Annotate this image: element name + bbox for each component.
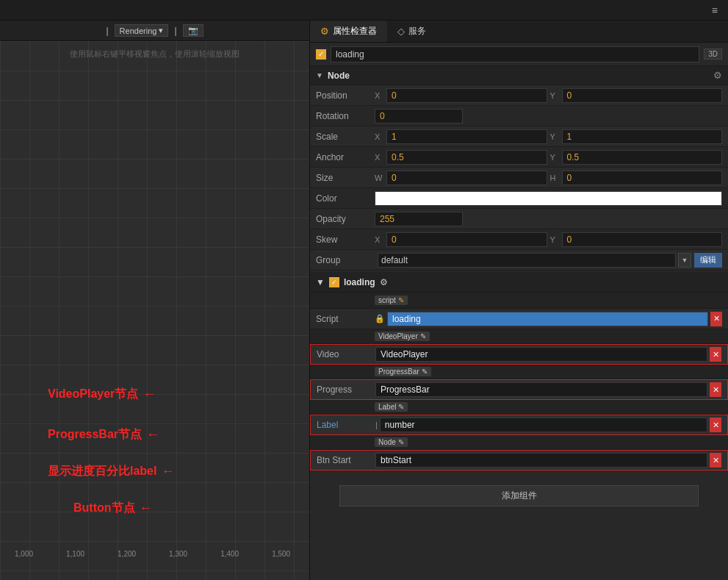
node-name-input[interactable]	[331, 46, 699, 62]
btnstart-node-pencil-icon: ✎	[398, 438, 404, 446]
label-node-tag-label: Label	[378, 403, 396, 411]
node-name-row: ✓ 3D	[310, 43, 728, 66]
component-header[interactable]: ▼ ✓ loading ⚙	[310, 272, 728, 293]
prop-color-label: Color	[316, 193, 375, 204]
opacity-input[interactable]	[375, 212, 463, 226]
viewport-content: 使用鼠标右键平移视窗焦点，使用滚轮缩放视图 1,000 1,100 1,200 …	[0, 41, 309, 580]
prop-color-fields	[375, 191, 722, 206]
lock-icon: 🔒	[375, 314, 385, 323]
component-gear-icon[interactable]: ⚙	[380, 277, 388, 287]
comp-video-clear-button[interactable]: ✕	[710, 347, 721, 362]
comp-script-label: Script	[316, 314, 375, 324]
services-tab-label: 服务	[408, 25, 426, 37]
label-node-tag: Label ✎	[375, 402, 408, 412]
size-h-label: H	[550, 173, 559, 182]
node-section-gear-icon[interactable]: ⚙	[713, 70, 722, 81]
services-tab-icon: ◇	[397, 26, 405, 37]
size-w-input[interactable]	[386, 171, 547, 185]
group-edit-button[interactable]: 编辑	[694, 253, 722, 268]
scale-x-input[interactable]	[386, 129, 547, 144]
anchor-y-input[interactable]	[562, 150, 723, 165]
label-lock-icon: |	[375, 420, 378, 429]
comp-label-clear-button[interactable]: ✕	[710, 418, 721, 432]
ruler-num-6: 1,500	[272, 550, 290, 558]
comp-prop-script: Script 🔒 ✕	[310, 309, 728, 329]
comp-video-input[interactable]	[375, 347, 707, 362]
comp-btnstart-input[interactable]	[375, 453, 707, 468]
separator2: |	[174, 26, 176, 36]
btnstart-node-tag-row: Node ✎	[310, 435, 728, 450]
comp-script-input[interactable]	[387, 312, 708, 326]
tab-properties[interactable]: ⚙ 属性检查器	[310, 21, 387, 42]
prop-anchor-fields: X Y	[375, 150, 722, 165]
label-node-tag-row: Label ✎	[310, 400, 728, 415]
skew-y-input[interactable]	[562, 232, 723, 247]
script-edit-pencil-icon: ✎	[398, 296, 404, 304]
position-x-input[interactable]	[386, 88, 547, 103]
group-select[interactable]: default	[378, 253, 676, 268]
node-section-title: Node	[328, 71, 350, 81]
anchor-x-input[interactable]	[386, 150, 547, 165]
panel-tabs: ⚙ 属性检查器 ◇ 服务	[310, 21, 728, 43]
prop-opacity-label: Opacity	[316, 214, 375, 224]
ruler-bottom: 1,000 1,100 1,200 1,300 1,400 1,500	[0, 550, 309, 558]
viewport: | Rendering ▾ | 📷 使用鼠标右键平移视窗焦点，使用滚轮缩放视图 …	[0, 21, 309, 580]
progress-node-pencil-icon: ✎	[422, 368, 428, 376]
label-node-pencil-icon: ✎	[398, 403, 404, 411]
prop-skew-label: Skew	[316, 234, 375, 245]
prop-opacity-fields	[375, 212, 722, 226]
position-y-input[interactable]	[562, 88, 723, 103]
prop-scale-label: Scale	[316, 132, 375, 142]
rendering-button[interactable]: Rendering ▾	[115, 24, 169, 37]
video-node-pencil-icon: ✎	[420, 332, 426, 340]
node-section-header[interactable]: ▼ Node ⚙	[310, 66, 728, 85]
skew-x-input[interactable]	[386, 232, 547, 247]
component-section: ▼ ✓ loading ⚙ script ✎ Script 🔒	[310, 272, 728, 470]
comp-prop-video: Video ✕	[310, 344, 728, 365]
group-dropdown-arrow[interactable]: ▼	[678, 253, 691, 268]
property-content: ✓ 3D ▼ Node ⚙ Position X Y	[310, 43, 728, 580]
comp-label-label: Label	[317, 420, 375, 430]
color-swatch[interactable]	[375, 191, 722, 206]
node-section-arrow: ▼	[316, 71, 323, 79]
prop-size: Size W H	[310, 168, 728, 188]
prop-opacity: Opacity	[310, 209, 728, 229]
comp-label-input[interactable]	[380, 418, 707, 432]
menu-icon[interactable]: ≡	[707, 3, 722, 18]
comp-video-label: Video	[317, 349, 375, 359]
btnstart-node-tag-label: Node	[378, 438, 396, 446]
size-h-input[interactable]	[562, 171, 723, 185]
grid-background	[0, 41, 309, 580]
component-title: loading	[344, 277, 375, 287]
comp-script-clear-button[interactable]: ✕	[710, 312, 722, 326]
scale-y-input[interactable]	[562, 129, 723, 144]
ruler-num-2: 1,100	[66, 550, 84, 558]
ruler-num-1: 1,000	[15, 550, 33, 558]
ruler-num-5: 1,400	[220, 550, 239, 558]
prop-group-label: Group	[316, 255, 375, 265]
anchor-y-label: Y	[550, 153, 559, 162]
comp-prop-progress: Progress ✕	[310, 379, 728, 400]
comp-progress-label: Progress	[317, 384, 375, 395]
rotation-input[interactable]	[375, 109, 463, 123]
camera-icon: 📷	[188, 26, 198, 35]
comp-progress-clear-button[interactable]: ✕	[710, 382, 721, 397]
top-bar: ≡	[0, 0, 728, 21]
prop-scale: Scale X Y	[310, 126, 728, 147]
component-checkbox[interactable]: ✓	[329, 277, 339, 287]
comp-progress-input[interactable]	[375, 382, 707, 397]
camera-button[interactable]: 📷	[183, 24, 203, 37]
scale-y-label: Y	[550, 132, 559, 141]
prop-anchor: Anchor X Y	[310, 147, 728, 168]
progress-node-tag: ProgressBar ✎	[375, 367, 431, 376]
add-component-button[interactable]: 添加组件	[339, 485, 699, 506]
main-layout: | Rendering ▾ | 📷 使用鼠标右键平移视窗焦点，使用滚轮缩放视图 …	[0, 21, 728, 580]
properties-tab-label: 属性检查器	[333, 25, 377, 37]
btnstart-node-tag: Node ✎	[375, 437, 408, 447]
tab-services[interactable]: ◇ 服务	[387, 21, 436, 42]
comp-btnstart-clear-button[interactable]: ✕	[710, 453, 721, 468]
node-active-checkbox[interactable]: ✓	[316, 49, 326, 60]
scale-x-label: X	[375, 132, 383, 141]
prop-size-fields: W H	[375, 171, 722, 185]
viewport-hint: 使用鼠标右键平移视窗焦点，使用滚轮缩放视图	[70, 49, 239, 60]
